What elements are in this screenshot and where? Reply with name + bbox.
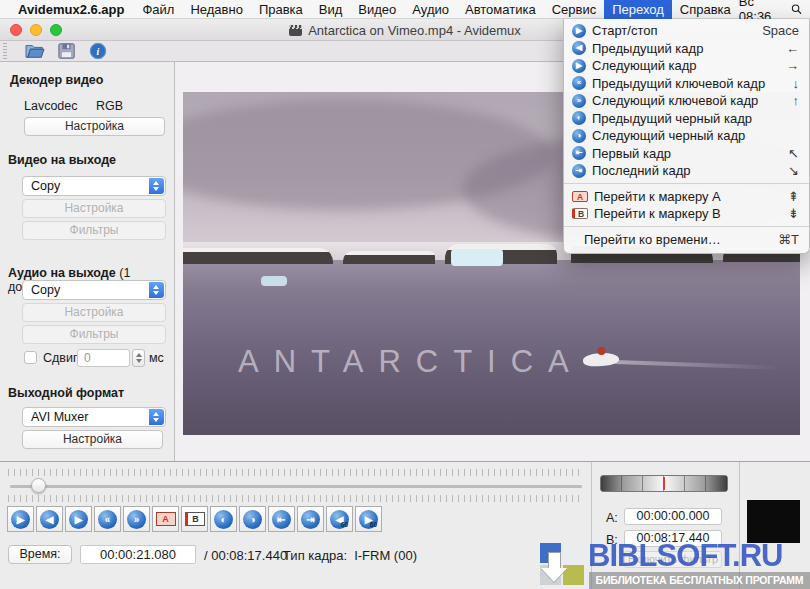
- menu-go[interactable]: Переход: [604, 0, 672, 19]
- app-menu-name[interactable]: Avidemux2.6.app: [18, 2, 124, 17]
- badge-60: 60: [341, 521, 348, 528]
- avidemux-window: Avidemux2.6.app Файл Недавно Правка Вид …: [0, 0, 810, 589]
- menu-audio[interactable]: Аудио: [404, 0, 457, 19]
- next-frame-icon: ▶: [572, 59, 586, 73]
- output-format-selected-value: AVI Muxer: [31, 410, 88, 424]
- biblsoft-logo-icon: [540, 543, 586, 587]
- video-overlay-title: ANTARCTICA: [238, 344, 584, 380]
- shift-checkbox[interactable]: [24, 351, 37, 364]
- jog-shuttle-wheel[interactable]: [600, 475, 728, 492]
- toolbar-grip-handle[interactable]: [3, 43, 7, 59]
- menu-item-label: Следующий ключевой кадр: [592, 93, 785, 108]
- video-filters-button: Фильтры: [22, 221, 166, 240]
- prev-keyframe-icon: «: [572, 76, 586, 90]
- system-menu-bar: Avidemux2.6.app Файл Недавно Правка Вид …: [0, 0, 810, 19]
- settings-sidebar: Декодер видео Lavcodec RGB Настройка Вид…: [0, 62, 175, 461]
- next-keyframe-button[interactable]: »: [123, 506, 150, 532]
- badge-60: 60: [370, 521, 377, 528]
- last-frame-icon: ⇥: [301, 510, 320, 529]
- select-stepper-icon[interactable]: [149, 282, 164, 298]
- video-output-select[interactable]: Copy: [22, 176, 166, 196]
- menu-edit[interactable]: Правка: [251, 0, 311, 19]
- frame-type-value: I-FRM (00): [354, 548, 417, 563]
- decoder-codec-value: Lavcodec: [24, 99, 78, 113]
- menu-item-label: Перейти ко времени…: [584, 232, 770, 247]
- timeline-slider-track[interactable]: [10, 485, 582, 488]
- select-stepper-icon[interactable]: [149, 178, 164, 194]
- frame-type-info: Тип кадра: I-FRM (00): [283, 548, 417, 563]
- menu-item-prev-frame[interactable]: ◀ Предыдущий кадр ←: [564, 40, 809, 58]
- menu-item-next-frame[interactable]: ▶ Следующий кадр →: [564, 57, 809, 75]
- forward-60s-button[interactable]: ▶60: [355, 506, 382, 532]
- next-black-frame-icon: ◑: [572, 129, 586, 143]
- menu-auto[interactable]: Автоматика: [457, 0, 544, 19]
- prev-black-frame-button[interactable]: ◐: [210, 506, 237, 532]
- menu-video[interactable]: Видео: [350, 0, 404, 19]
- prev-black-frame-icon: ◐: [214, 510, 233, 529]
- timeline-slider-thumb[interactable]: [31, 478, 46, 493]
- menu-item-prev-keyframe[interactable]: « Предыдущий ключевой кадр ↓: [564, 75, 809, 93]
- marker-a-time-field[interactable]: 00:00:00.000: [624, 508, 722, 525]
- menu-item-shortcut: →: [786, 58, 799, 73]
- decoder-configure-button[interactable]: Настройка: [24, 117, 165, 136]
- menu-item-shortcut: ↖: [788, 146, 799, 161]
- total-duration-text: / 00:08:17.440: [204, 548, 287, 563]
- menu-item-last-frame[interactable]: ⇥ Последний кадр ↘: [564, 162, 809, 180]
- menu-item-next-keyframe[interactable]: » Следующий ключевой кадр ↑: [564, 92, 809, 110]
- video-configure-button: Настройка: [22, 199, 166, 218]
- last-frame-button[interactable]: ⇥: [297, 506, 324, 532]
- save-file-icon[interactable]: [56, 42, 78, 60]
- shift-unit-label: мс: [149, 351, 164, 365]
- audio-filters-button: Фильтры: [22, 325, 166, 344]
- menu-file[interactable]: Файл: [134, 0, 182, 19]
- marker-b-icon: B: [185, 512, 205, 526]
- watermark: BIBLSOFT.RU БИБЛИОТЕКА БЕСПЛАТНЫХ ПРОГРА…: [538, 541, 810, 589]
- prev-frame-icon: ◀: [40, 510, 59, 529]
- format-configure-button[interactable]: Настройка: [22, 430, 163, 449]
- set-marker-b-button[interactable]: B: [181, 506, 208, 532]
- next-frame-button[interactable]: ▶: [65, 506, 92, 532]
- menu-item-goto-marker-b[interactable]: B Перейти к маркеру B ⇟: [564, 205, 809, 223]
- menu-item-first-frame[interactable]: ⇤ Первый кадр ↖: [564, 145, 809, 163]
- watermark-site-text: BIBLSOFT.RU: [588, 537, 783, 574]
- menu-item-next-black-frame[interactable]: ◑ Следующий черный кадр: [564, 127, 809, 145]
- rock-island: [183, 248, 333, 264]
- shift-stepper[interactable]: [132, 349, 145, 367]
- open-file-icon[interactable]: [24, 42, 46, 60]
- shift-value-field[interactable]: 0: [77, 349, 130, 367]
- info-icon[interactable]: i: [87, 42, 109, 60]
- next-black-frame-button[interactable]: ◑: [239, 506, 266, 532]
- menu-recent[interactable]: Недавно: [182, 0, 250, 19]
- back-60s-button[interactable]: ◀60: [326, 506, 353, 532]
- menu-view[interactable]: Вид: [311, 0, 351, 19]
- select-stepper-icon[interactable]: [149, 409, 164, 425]
- menu-item-label: Следующий черный кадр: [592, 128, 791, 143]
- marker-a-icon: A: [572, 191, 588, 202]
- audio-output-select[interactable]: Copy: [22, 280, 166, 300]
- spotlight-search-icon[interactable]: [791, 2, 802, 16]
- menu-item-goto-time[interactable]: Перейти ко времени… ⌘T: [564, 231, 809, 249]
- menu-item-shortcut: Space: [762, 23, 799, 38]
- menu-item-shortcut: ↑: [793, 93, 800, 108]
- menu-tools[interactable]: Сервис: [544, 0, 605, 19]
- time-mode-button[interactable]: Время:: [8, 545, 72, 564]
- prev-keyframe-button[interactable]: «: [94, 506, 121, 532]
- marker-b-icon: B: [572, 208, 588, 219]
- menu-item-goto-marker-a[interactable]: A Перейти к маркеру A ⇞: [564, 188, 809, 206]
- set-marker-a-button[interactable]: A: [152, 506, 179, 532]
- last-frame-icon: ⇥: [572, 164, 586, 178]
- play-button[interactable]: ▶: [7, 506, 34, 532]
- first-frame-button[interactable]: ⇤: [268, 506, 295, 532]
- menu-help[interactable]: Справка: [672, 0, 739, 19]
- prev-frame-button[interactable]: ◀: [36, 506, 63, 532]
- current-time-field[interactable]: 00:00:21.080: [80, 545, 196, 564]
- play-icon: ▶: [11, 510, 30, 529]
- iceberg: [451, 249, 503, 266]
- transport-controls: ▶ ◀ ▶ « » A B ◐ ◑ ⇤ ⇥ ◀60 ▶60: [7, 506, 384, 532]
- menu-item-start-stop[interactable]: ▶ Старт/стоп Space: [564, 22, 809, 40]
- output-format-section-title: Выходной формат: [8, 386, 124, 400]
- output-format-select[interactable]: AVI Muxer: [22, 407, 166, 427]
- download-arrow-icon: [549, 553, 560, 568]
- iceberg: [261, 276, 287, 286]
- menu-item-prev-black-frame[interactable]: ◐ Предыдущий черный кадр: [564, 110, 809, 128]
